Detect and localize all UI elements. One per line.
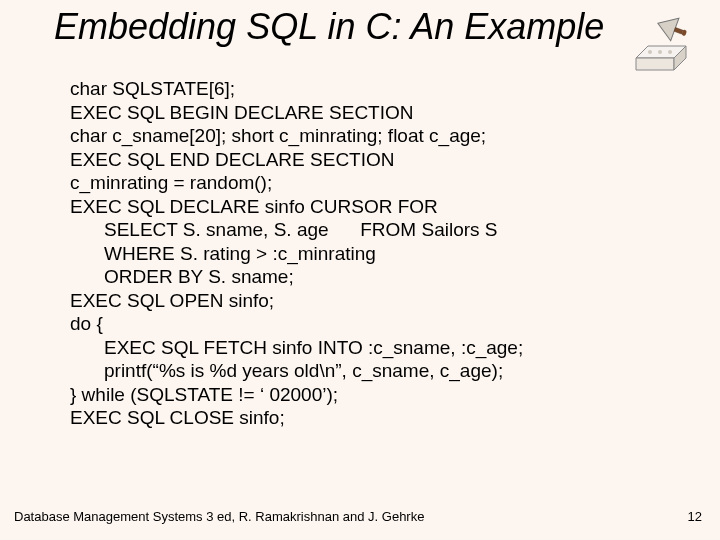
code-line: EXEC SQL END DECLARE SECTION bbox=[70, 149, 394, 170]
code-block: char SQLSTATE[6]; EXEC SQL BEGIN DECLARE… bbox=[70, 77, 523, 430]
svg-point-4 bbox=[658, 50, 662, 54]
code-line: } while (SQLSTATE != ‘ 02000’); bbox=[70, 384, 338, 405]
code-line: do { bbox=[70, 313, 103, 334]
code-line: EXEC SQL DECLARE sinfo CURSOR FOR bbox=[70, 196, 438, 217]
svg-point-3 bbox=[648, 50, 652, 54]
svg-rect-7 bbox=[674, 28, 683, 34]
code-line: printf(“%s is %d years old\n”, c_sname, … bbox=[70, 359, 503, 383]
slide: Embedding SQL in C: An Example char SQLS… bbox=[0, 0, 720, 540]
code-line: c_minrating = random(); bbox=[70, 172, 272, 193]
bricklayer-icon bbox=[630, 10, 700, 80]
code-line: EXEC SQL FETCH sinfo INTO :c_sname, :c_a… bbox=[70, 336, 523, 360]
svg-point-5 bbox=[668, 50, 672, 54]
code-line: SELECT S. sname, S. age FROM Sailors S bbox=[70, 218, 498, 242]
code-line: EXEC SQL OPEN sinfo; bbox=[70, 290, 274, 311]
slide-title: Embedding SQL in C: An Example bbox=[54, 6, 614, 48]
code-line: EXEC SQL CLOSE sinfo; bbox=[70, 407, 285, 428]
code-line: WHERE S. rating > :c_minrating bbox=[70, 242, 376, 266]
code-line: char c_sname[20]; short c_minrating; flo… bbox=[70, 125, 486, 146]
svg-marker-1 bbox=[636, 58, 674, 70]
svg-marker-6 bbox=[654, 12, 679, 41]
footer-text: Database Management Systems 3 ed, R. Ram… bbox=[14, 509, 424, 524]
code-line: char SQLSTATE[6]; bbox=[70, 78, 235, 99]
code-line: ORDER BY S. sname; bbox=[70, 265, 294, 289]
code-line: EXEC SQL BEGIN DECLARE SECTION bbox=[70, 102, 414, 123]
page-number: 12 bbox=[688, 509, 702, 524]
